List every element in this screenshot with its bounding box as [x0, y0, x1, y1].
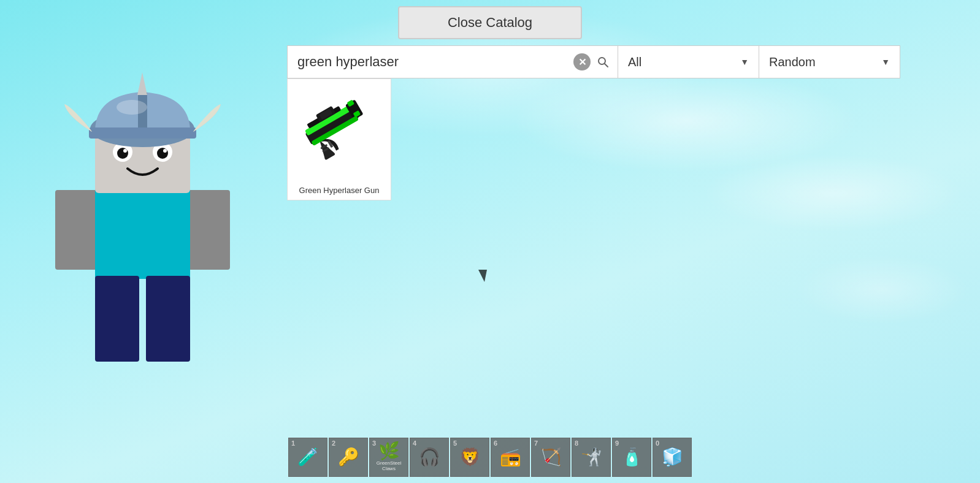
character-area	[37, 61, 270, 380]
hotbar-slot-icon-3: 🌿	[378, 443, 400, 460]
svg-rect-16	[55, 190, 98, 270]
hotbar-slot-icon-7: 🏹	[540, 449, 562, 466]
character-svg	[37, 61, 245, 374]
svg-rect-17	[187, 190, 230, 270]
hotbar-slot-8[interactable]: 8 🤺	[572, 438, 611, 477]
hotbar-slot-icon-9: 🧴	[621, 449, 643, 466]
close-catalog-label: Close Catalog	[448, 15, 532, 31]
hotbar-slot-number-7: 7	[534, 439, 538, 447]
svg-line-1	[605, 64, 608, 67]
mouse-cursor	[478, 270, 487, 282]
hotbar-slot-2[interactable]: 2 🔑	[329, 438, 368, 477]
hotbar-slot-0[interactable]: 0 🧊	[653, 438, 692, 477]
hotbar-slot-4[interactable]: 4 🎧	[410, 438, 449, 477]
svg-point-24	[117, 148, 128, 159]
hotbar-slot-number-4: 4	[413, 439, 416, 447]
hotbar-slot-icon-1: 🧪	[297, 449, 319, 466]
hotbar-slot-number-0: 0	[656, 439, 659, 447]
hotbar-slot-9[interactable]: 9 🧴	[612, 438, 651, 477]
hotbar-slot-6[interactable]: 6 📻	[491, 438, 530, 477]
svg-rect-20	[146, 276, 190, 362]
svg-rect-18	[95, 184, 190, 279]
hotbar-slot-number-9: 9	[615, 439, 619, 447]
category-dropdown[interactable]: All ▼	[618, 45, 759, 78]
hotbar-slot-number-3: 3	[372, 439, 376, 447]
search-clear-button[interactable]: ✕	[573, 53, 591, 70]
hotbar-slot-3[interactable]: 3 🌿 GreenSteel Claws	[369, 438, 408, 477]
hotbar-slot-number-5: 5	[453, 439, 457, 447]
hotbar-slot-7[interactable]: 7 🏹	[531, 438, 570, 477]
sort-dropdown[interactable]: Random ▼	[759, 45, 900, 78]
svg-point-27	[163, 149, 167, 153]
category-value: All	[628, 55, 641, 69]
catalog-results: Green Hyperlaser Gun	[287, 78, 391, 200]
hotbar-slot-number-8: 8	[575, 439, 578, 447]
search-area: ✕ All ▼ Random ▼	[287, 45, 900, 78]
hotbar-slot-label-3: GreenSteel Claws	[370, 461, 407, 472]
svg-rect-31	[89, 127, 196, 139]
hotbar-slot-icon-0: 🧊	[662, 449, 683, 466]
svg-point-26	[123, 149, 127, 153]
sort-value: Random	[769, 55, 816, 69]
hotbar-slot-number-1: 1	[291, 439, 295, 447]
svg-point-25	[157, 148, 168, 159]
hotbar-slot-icon-4: 🎧	[419, 449, 440, 466]
hotbar-slot-icon-2: 🔑	[338, 449, 359, 466]
hotbar-slot-icon-8: 🤺	[581, 449, 602, 466]
search-input[interactable]	[288, 46, 618, 78]
search-input-wrapper: ✕	[287, 45, 618, 78]
hotbar: 1 🧪 2 🔑 3 🌿 GreenSteel Claws 4 🎧 5 🦁 6 📻…	[288, 438, 692, 477]
category-chevron-icon: ▼	[740, 57, 749, 67]
hotbar-slot-5[interactable]: 5 🦁	[450, 438, 489, 477]
catalog-item[interactable]: Green Hyperlaser Gun	[287, 78, 391, 200]
hotbar-slot-icon-6: 📻	[500, 449, 521, 466]
catalog-item-label: Green Hyperlaser Gun	[294, 183, 385, 195]
hotbar-slot-number-6: 6	[494, 439, 497, 447]
hotbar-slot-number-2: 2	[332, 439, 335, 447]
search-icon[interactable]	[594, 53, 611, 70]
svg-rect-19	[95, 276, 139, 362]
hotbar-slot-icon-5: 🦁	[459, 449, 481, 466]
close-catalog-button[interactable]: Close Catalog	[398, 6, 582, 39]
svg-point-32	[117, 100, 147, 115]
hotbar-slot-1[interactable]: 1 🧪	[288, 438, 327, 477]
catalog-item-image	[287, 79, 391, 183]
svg-marker-30	[137, 72, 147, 95]
sort-chevron-icon: ▼	[881, 57, 890, 67]
